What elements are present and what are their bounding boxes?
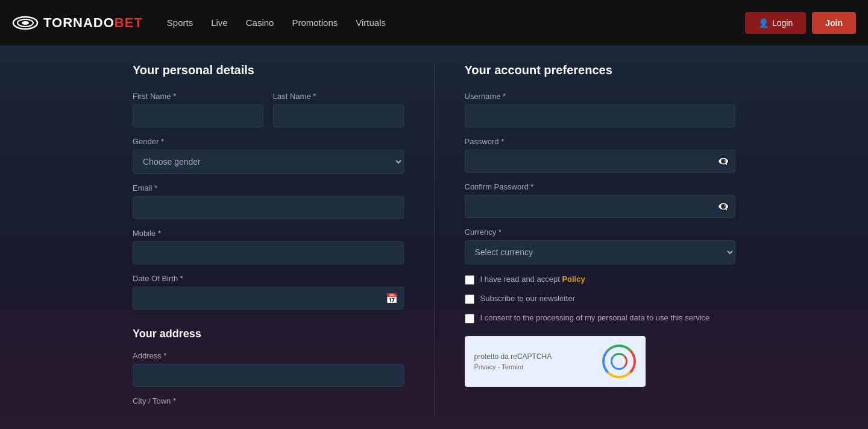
- panel-divider: [434, 63, 435, 415]
- name-row: First Name * Last Name *: [133, 92, 404, 137]
- nav-links: Sports Live Casino Promotions Virtuals: [167, 17, 745, 28]
- first-name-input[interactable]: [133, 104, 263, 127]
- login-label: Login: [772, 18, 793, 28]
- nav-live[interactable]: Live: [211, 17, 228, 28]
- user-icon: 👤: [758, 18, 769, 28]
- gender-group: Gender * Choose gender Male Female Other: [133, 137, 404, 174]
- newsletter-label: Subscribe to our newsletter: [480, 293, 576, 304]
- recaptcha-logo: [602, 345, 636, 378]
- address-input[interactable]: [133, 364, 404, 387]
- newsletter-checkbox[interactable]: [465, 294, 474, 304]
- confirm-password-eye-icon[interactable]: 👁️‍🗨️: [717, 201, 729, 212]
- right-panel: Your account preferences Username * Pass…: [465, 63, 736, 415]
- mobile-input[interactable]: [133, 241, 404, 264]
- newsletter-checkbox-group: Subscribe to our newsletter: [465, 293, 736, 304]
- last-name-input[interactable]: [273, 104, 404, 127]
- city-group: City / Town *: [133, 396, 404, 405]
- policy-checkbox[interactable]: [465, 275, 474, 285]
- recaptcha-privacy-link[interactable]: Privacy: [474, 363, 496, 370]
- nav-actions: 👤 Login Join: [745, 12, 856, 34]
- policy-label: I have read and accept Policy: [480, 274, 585, 285]
- account-preferences-title: Your account preferences: [465, 63, 736, 77]
- personal-details-title: Your personal details: [133, 63, 404, 77]
- password-input-wrap: 👁️‍🗨️: [465, 150, 736, 173]
- address-group: Address *: [133, 351, 404, 387]
- navbar: TORNADOBET Sports Live Casino Promotions…: [0, 0, 868, 45]
- left-panel: Your personal details First Name * Last …: [133, 63, 404, 415]
- address-label: Address *: [133, 351, 404, 360]
- policy-link[interactable]: Policy: [562, 275, 585, 284]
- email-input[interactable]: [133, 196, 404, 219]
- address-title: Your address: [133, 328, 404, 340]
- recaptcha-links: Privacy - Termini: [474, 363, 552, 370]
- city-label: City / Town *: [133, 396, 404, 405]
- mobile-label: Mobile *: [133, 229, 404, 238]
- confirm-password-group: Confirm Password * 👁️‍🗨️: [465, 182, 736, 218]
- svg-point-2: [22, 21, 29, 25]
- gender-label: Gender *: [133, 137, 404, 146]
- dob-group: Date Of Birth * 📅: [133, 274, 404, 310]
- policy-checkbox-group: I have read and accept Policy: [465, 274, 736, 285]
- nav-casino[interactable]: Casino: [246, 17, 274, 28]
- confirm-password-input-wrap: 👁️‍🗨️: [465, 195, 736, 218]
- nav-virtuals[interactable]: Virtuals: [356, 17, 386, 28]
- password-group: Password * 👁️‍🗨️: [465, 137, 736, 173]
- recaptcha-widget: protetto da reCAPTCHA Privacy - Termini: [465, 336, 646, 387]
- dob-input[interactable]: [133, 287, 404, 310]
- currency-label: Currency *: [465, 227, 736, 237]
- last-name-label: Last Name *: [273, 92, 404, 101]
- nav-sports[interactable]: Sports: [167, 17, 193, 28]
- password-label: Password *: [465, 137, 736, 146]
- join-button[interactable]: Join: [812, 12, 856, 34]
- first-name-group: First Name *: [133, 92, 263, 127]
- gender-select[interactable]: Choose gender Male Female Other: [133, 150, 404, 174]
- password-input[interactable]: [465, 150, 736, 173]
- recaptcha-left: protetto da reCAPTCHA Privacy - Termini: [474, 352, 552, 370]
- mobile-group: Mobile *: [133, 229, 404, 264]
- login-button[interactable]: 👤 Login: [745, 12, 806, 34]
- username-label: Username *: [465, 92, 736, 101]
- logo[interactable]: TORNADOBET: [12, 10, 143, 36]
- username-group: Username *: [465, 92, 736, 127]
- dob-label: Date Of Birth *: [133, 274, 404, 283]
- password-eye-icon[interactable]: 👁️‍🗨️: [717, 156, 729, 167]
- nav-promotions[interactable]: Promotions: [292, 17, 338, 28]
- currency-select[interactable]: Select currency EUR USD GBP: [465, 240, 736, 264]
- main-content: Your personal details First Name * Last …: [0, 45, 868, 429]
- consent-checkbox-group: I consent to the processing of my person…: [465, 313, 736, 323]
- recaptcha-inner-circle-icon: [611, 353, 627, 370]
- last-name-group: Last Name *: [273, 92, 404, 127]
- confirm-password-input[interactable]: [465, 195, 736, 218]
- dob-input-wrap: 📅: [133, 287, 404, 310]
- policy-text: I have read and accept: [480, 275, 562, 284]
- recaptcha-text: protetto da reCAPTCHA: [474, 352, 552, 361]
- recaptcha-circle-icon: [602, 345, 636, 378]
- consent-label: I consent to the processing of my person…: [480, 313, 710, 323]
- email-label: Email *: [133, 183, 404, 192]
- logo-bet-text: BET: [115, 15, 143, 30]
- logo-tornado-icon: [12, 10, 39, 36]
- email-group: Email *: [133, 183, 404, 219]
- recaptcha-terms-link[interactable]: Termini: [502, 363, 523, 370]
- confirm-password-label: Confirm Password *: [465, 182, 736, 191]
- username-input[interactable]: [465, 104, 736, 127]
- calendar-icon: 📅: [386, 293, 398, 304]
- first-name-label: First Name *: [133, 92, 263, 101]
- currency-group: Currency * Select currency EUR USD GBP: [465, 227, 736, 264]
- consent-checkbox[interactable]: [465, 314, 474, 323]
- logo-tornado-text: TORNADO: [43, 15, 115, 30]
